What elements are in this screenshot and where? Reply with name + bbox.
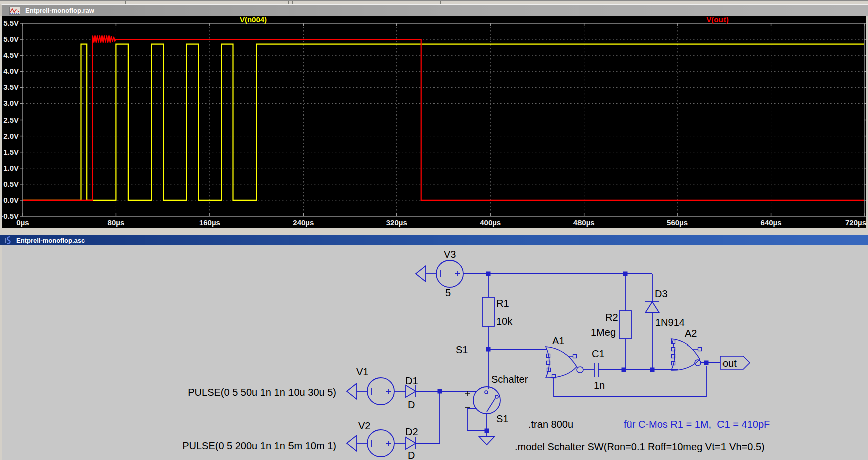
y-axis-tick-label: 2.5V (3, 116, 19, 124)
d2-model-label[interactable]: D (408, 450, 415, 460)
r2-value[interactable]: 1Meg (591, 327, 616, 338)
resistor-r1[interactable]: R1 10k (482, 297, 513, 327)
net-label-s1[interactable]: S1 (456, 344, 468, 355)
x-axis-tick-label: 320µs (386, 218, 407, 227)
y-axis-tick-label: 3.5V (3, 83, 19, 91)
d3-label[interactable]: D3 (655, 288, 668, 299)
waveform-svg: 5.5V5.0V4.5V4.0V3.5V3.0V2.5V2.0V1.5V1.0V… (2, 16, 866, 228)
y-axis-tick-label: 3.0V (3, 99, 19, 107)
y-axis-tick-label: 4.0V (3, 67, 19, 75)
d1-label[interactable]: D1 (405, 375, 418, 386)
diode-d2[interactable]: D2 D (405, 426, 418, 460)
c1-label[interactable]: C1 (592, 348, 605, 359)
r2-label[interactable]: R2 (605, 312, 618, 323)
y-axis-tick-label: 4.5V (3, 51, 19, 59)
v3-value[interactable]: 5 (445, 287, 451, 298)
trace-name-label[interactable]: V(n004) (240, 16, 267, 24)
x-axis-tick-label: 400µs (480, 218, 501, 227)
y-axis-tick-label: 0.5V (3, 180, 19, 188)
x-axis-tick-label: 480µs (573, 218, 595, 227)
diode-d1[interactable]: D1 D (405, 375, 418, 410)
d3-model-label[interactable]: 1N914 (655, 317, 685, 328)
r1-value[interactable]: 10k (496, 316, 513, 327)
x-axis-tick-label: 240µs (293, 218, 314, 227)
c1-value[interactable]: 1n (594, 380, 605, 391)
switch-value-label[interactable]: Schalter (491, 374, 528, 385)
resistor-r2[interactable]: R2 1Meg (591, 311, 631, 339)
waveform-plot-area[interactable]: 5.5V5.0V4.5V4.0V3.5V3.0V2.5V2.0V1.5V1.0V… (2, 16, 866, 228)
waveform-window-titlebar[interactable]: Entprell-monoflop.raw (0, 4, 868, 16)
ltspice-application: Entprell-monoflop.raw 5.5V5.0V4.5V4.0V3.… (0, 0, 868, 460)
schematic-window-title: Entprell-monoflop.asc (16, 237, 85, 244)
switch-s1[interactable]: Schalter S1 (465, 374, 528, 424)
a2-label[interactable]: A2 (685, 328, 697, 339)
trace-v-out-[interactable] (23, 35, 864, 200)
switch-name-label[interactable]: S1 (496, 413, 508, 424)
v1-pulse-directive[interactable]: PULSE(0 5 50u 1n 1n 10u 30u 5) (188, 387, 336, 398)
waveform-window-title: Entprell-monoflop.raw (25, 7, 94, 14)
x-axis-tick-label: 160µs (199, 218, 220, 227)
out-port-label[interactable]: out (722, 358, 737, 369)
trace-v-n004-[interactable] (23, 44, 864, 200)
y-axis-tick-label: 5.0V (3, 35, 19, 43)
voltage-source-v1[interactable]: V1 (347, 366, 406, 405)
trace-name-label[interactable]: V(out) (706, 16, 728, 24)
waveform-plot-icon[interactable] (9, 7, 20, 15)
y-axis-tick-label: 2.0V (3, 132, 19, 140)
voltage-source-v3[interactable]: V3 5 (416, 249, 463, 298)
x-axis-tick-label: 640µs (761, 218, 782, 227)
x-axis-tick-label: 0µs (16, 218, 29, 227)
schematic-canvas[interactable]: V3 5 R1 10k S1 Schalter S1 (0, 245, 868, 460)
diode-d3[interactable]: D3 1N914 (645, 288, 685, 328)
ground-symbol[interactable] (479, 436, 495, 445)
y-axis-tick-label: 1.5V (3, 148, 19, 156)
nor-gate-a1[interactable]: A1 (546, 335, 583, 378)
output-port-out[interactable]: out (720, 356, 750, 369)
d1-model-label[interactable]: D (408, 399, 415, 410)
x-axis-tick-label: 720µs (845, 218, 866, 227)
a1-label[interactable]: A1 (552, 335, 564, 347)
x-axis-tick-label: 80µs (108, 218, 125, 227)
v2-pulse-directive[interactable]: PULSE(0 5 200u 1n 1n 5m 10m 1) (182, 440, 336, 451)
y-axis-tick-label: 1.0V (3, 164, 19, 172)
cmos-comment[interactable]: für C-Mos R1 = 1M, C1 = 410pF (624, 419, 770, 430)
voltage-source-v2[interactable]: V2 (347, 420, 406, 457)
schematic-window-titlebar[interactable]: Entprell-monoflop.asc (0, 235, 868, 245)
d2-label[interactable]: D2 (405, 426, 418, 437)
v2-label[interactable]: V2 (358, 420, 370, 431)
wire-junctions (438, 272, 709, 433)
schematic-svg: V3 5 R1 10k S1 Schalter S1 (2, 245, 868, 460)
nor-gate-a2[interactable]: A2 (671, 328, 702, 370)
v3-label[interactable]: V3 (444, 249, 456, 260)
tran-directive[interactable]: .tran 800u (528, 419, 573, 430)
x-axis-tick-label: 560µs (667, 218, 688, 227)
r1-label[interactable]: R1 (496, 298, 509, 309)
y-axis-tick-label: 0.0V (3, 196, 19, 204)
v1-label[interactable]: V1 (356, 366, 368, 377)
schematic-icon[interactable] (4, 236, 13, 244)
model-directive[interactable]: .model Schalter SW(Ron=0.1 Roff=10meg Vt… (515, 441, 765, 452)
plot-frame (23, 23, 864, 216)
y-axis-tick-label: 5.5V (3, 19, 19, 27)
